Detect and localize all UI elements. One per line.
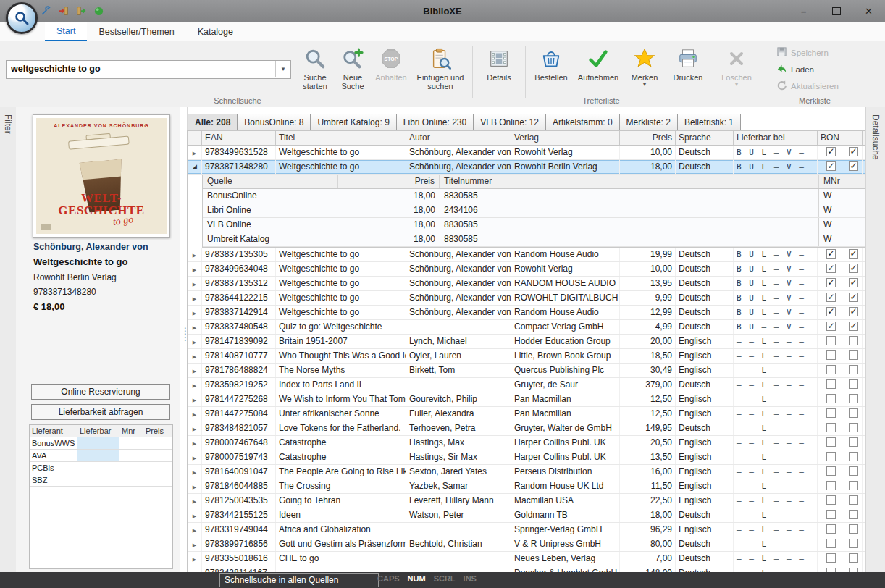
table-row[interactable]: 9783428114167Duncker & Humblot GmbH148,0… — [188, 566, 866, 572]
expand-arrow-icon[interactable] — [188, 523, 202, 537]
sub-row[interactable]: Libri Online18,002434106W — [203, 203, 866, 218]
minimize-button[interactable] — [787, 0, 820, 22]
expand-arrow-icon[interactable] — [188, 436, 202, 450]
neue-suche-button[interactable]: Neue Suche — [335, 43, 371, 101]
filter-panel-tab[interactable]: Filter — [0, 107, 17, 572]
expand-arrow-icon[interactable] — [188, 146, 202, 159]
row-checkbox[interactable] — [849, 495, 858, 505]
lieferbarkeit-abfragen-button[interactable]: Lieferbarkeit abfragen — [31, 404, 170, 420]
details-button[interactable]: Details — [476, 43, 522, 101]
import-icon[interactable] — [58, 5, 70, 17]
row-checkbox[interactable] — [826, 336, 836, 345]
table-row[interactable]: 9783837142914Weltgeschichte to goSchönbu… — [188, 306, 866, 320]
expand-arrow-icon[interactable] — [188, 392, 202, 406]
row-checkbox[interactable] — [849, 336, 858, 345]
row-checkbox[interactable] — [849, 524, 858, 534]
row-checkbox[interactable] — [826, 322, 836, 331]
expand-arrow-icon[interactable] — [188, 421, 202, 435]
expand-arrow-icon[interactable] — [188, 306, 202, 319]
collapse-arrow-icon[interactable] — [188, 160, 202, 174]
expand-arrow-icon[interactable] — [188, 335, 202, 348]
table-row[interactable]: 9783899716856Gott und Gestirn als Präsen… — [188, 537, 866, 552]
column-header-verlag[interactable]: Verlag — [511, 131, 620, 145]
table-row[interactable]: 9783499631528Weltgeschichte to goSchönbu… — [188, 146, 866, 160]
row-checkbox[interactable] — [826, 452, 836, 461]
row-checkbox[interactable] — [849, 307, 858, 316]
table-row[interactable]: 9783499634048Weltgeschichte to goSchönbu… — [188, 262, 866, 277]
row-checkbox[interactable] — [826, 161, 836, 171]
row-checkbox[interactable] — [849, 437, 858, 447]
expand-arrow-icon[interactable] — [188, 479, 202, 493]
row-checkbox[interactable] — [826, 437, 836, 447]
table-row[interactable]: 9780007519743CatastropheHastings, Sir Ma… — [188, 450, 866, 465]
row-checkbox[interactable] — [826, 495, 836, 505]
row-checkbox[interactable] — [826, 423, 836, 432]
source-tab[interactable]: Libri Online: 230 — [396, 114, 473, 130]
tab-bestseller-themen[interactable]: Bestseller/Themen — [87, 22, 185, 41]
row-checkbox[interactable] — [826, 307, 836, 316]
table-row[interactable]: 9783837480548Quiz to go: WeltgeschichteC… — [188, 320, 866, 335]
expand-arrow-icon[interactable] — [188, 465, 202, 479]
source-tab[interactable]: VLB Online: 12 — [473, 114, 545, 130]
speichern-button[interactable]: Speichern — [776, 46, 839, 59]
expand-arrow-icon[interactable] — [188, 277, 202, 290]
supplier-row[interactable]: SBZ — [30, 474, 172, 487]
table-row[interactable]: 9781640091047The People Are Going to Ris… — [188, 465, 866, 479]
close-button[interactable] — [852, 0, 885, 22]
row-checkbox[interactable] — [849, 394, 858, 403]
row-checkbox[interactable] — [849, 481, 858, 490]
row-checkbox[interactable] — [826, 278, 836, 287]
expand-arrow-icon[interactable] — [188, 537, 202, 551]
table-row[interactable]: 9783871348280Weltgeschichte to goSchönbu… — [188, 160, 866, 175]
source-tab[interactable]: Merkliste: 2 — [619, 114, 677, 130]
expand-arrow-icon[interactable] — [188, 320, 202, 334]
row-checkbox[interactable] — [826, 539, 836, 548]
supplier-column-header[interactable]: Preis — [143, 425, 172, 437]
expand-arrow-icon[interactable] — [188, 450, 202, 464]
expand-arrow-icon[interactable] — [188, 364, 202, 377]
table-row[interactable]: 9780007467648CatastropheHastings, MaxHar… — [188, 436, 866, 450]
anhalten-button[interactable]: STOP Anhalten — [371, 43, 411, 101]
bestellen-button[interactable]: Bestellen — [529, 43, 574, 101]
row-checkbox[interactable] — [849, 553, 858, 563]
row-checkbox[interactable] — [826, 379, 836, 389]
suche-starten-button[interactable]: Suche starten — [295, 43, 335, 101]
table-row[interactable]: 9781786488824The Norse MythsBirkett, Tom… — [188, 364, 866, 378]
row-checkbox[interactable] — [849, 379, 858, 389]
expand-arrow-icon[interactable] — [188, 552, 202, 566]
row-checkbox[interactable] — [849, 423, 858, 432]
loeschen-button[interactable]: Löschen ▾ — [716, 43, 757, 101]
row-checkbox[interactable] — [826, 365, 836, 374]
source-tab[interactable]: Artikelstamm: 0 — [545, 114, 619, 130]
table-row[interactable]: 9781250043535Going to TehranLeverett, Hi… — [188, 494, 866, 508]
column-header-sprache[interactable]: Sprache — [676, 131, 734, 145]
row-checkbox[interactable] — [849, 452, 858, 461]
row-checkbox[interactable] — [826, 394, 836, 403]
supplier-row[interactable]: BonusWWS — [30, 437, 172, 450]
row-checkbox[interactable] — [849, 278, 858, 287]
table-row[interactable]: 9783355018616CHE to goNeues Leben, Verla… — [188, 552, 866, 566]
supplier-column-header[interactable]: Lieferbar — [77, 425, 119, 437]
laden-button[interactable]: Laden — [776, 62, 839, 76]
row-checkbox[interactable] — [849, 466, 858, 476]
search-input[interactable] — [7, 61, 274, 77]
column-header-titel[interactable]: Titel — [276, 131, 406, 145]
row-checkbox[interactable] — [849, 264, 858, 273]
table-row[interactable]: 9783644122215Weltgeschichte to goSchönbu… — [188, 291, 866, 306]
expand-arrow-icon[interactable] — [188, 378, 202, 392]
drucken-button[interactable]: Drucken — [666, 43, 710, 101]
column-header-bon[interactable]: BON — [818, 131, 844, 145]
merken-button[interactable]: Merken ▾ — [623, 43, 666, 101]
app-logo-icon[interactable] — [6, 2, 38, 34]
sub-row[interactable]: BonusOnline18,008830585W — [203, 189, 866, 203]
row-checkbox[interactable] — [826, 264, 836, 273]
expand-arrow-icon[interactable] — [188, 494, 202, 508]
tab-kataloge[interactable]: Kataloge — [186, 22, 245, 41]
row-checkbox[interactable] — [849, 249, 858, 259]
supplier-column-header[interactable]: Lieferant — [30, 425, 77, 437]
expand-arrow-icon[interactable] — [188, 566, 202, 572]
expand-arrow-icon[interactable] — [188, 248, 202, 261]
column-header-autor[interactable]: Autor — [406, 131, 511, 145]
row-checkbox[interactable] — [849, 539, 858, 548]
supplier-column-header[interactable]: Mnr — [119, 425, 143, 437]
